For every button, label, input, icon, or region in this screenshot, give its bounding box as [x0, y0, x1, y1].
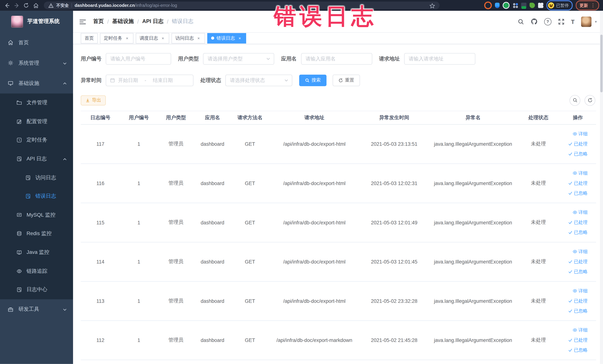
- close-icon[interactable]: ×: [237, 35, 242, 41]
- sidebar-item-scheduled-jobs[interactable]: 定时任务: [0, 131, 73, 150]
- mark-ignored-link[interactable]: 已忽略: [560, 267, 588, 277]
- scrollbar-track[interactable]: [600, 11, 603, 364]
- scrollbar-thumb[interactable]: [600, 35, 603, 92]
- sidebar-item-error-log[interactable]: 错误日志: [0, 187, 73, 206]
- tab-access-log[interactable]: 访问日志 ×: [172, 33, 205, 43]
- close-icon[interactable]: ×: [196, 35, 201, 41]
- sidebar-item-file-mgmt[interactable]: 文件管理: [0, 94, 73, 112]
- chevron-up-icon: [63, 156, 67, 162]
- user-type-label: 用户类型: [178, 55, 199, 62]
- browser-update-button[interactable]: 更新 ⋮: [576, 0, 599, 10]
- extensions-puzzle-icon[interactable]: [538, 3, 543, 8]
- mark-ignored-link[interactable]: 已忽略: [560, 306, 588, 316]
- user-menu-caret-icon[interactable]: ▾: [595, 20, 597, 24]
- mark-processed-link[interactable]: 已处理: [560, 296, 588, 306]
- sidebar-collapse-icon[interactable]: [79, 18, 86, 25]
- mark-processed-link[interactable]: 已处理: [560, 257, 588, 267]
- exception-time-range-picker[interactable]: 开始日期 - 结束日期: [106, 74, 194, 86]
- browser-profile-badge[interactable]: 已暂停: [546, 0, 573, 10]
- help-icon[interactable]: ?: [544, 18, 551, 25]
- bookmark-star-icon[interactable]: [429, 2, 435, 9]
- github-icon[interactable]: [531, 18, 538, 25]
- col-actions: 操作: [560, 111, 596, 124]
- sidebar-item-infrastructure[interactable]: 基础设施: [0, 73, 73, 94]
- close-icon[interactable]: ×: [160, 35, 165, 41]
- forward-icon[interactable]: [13, 2, 20, 8]
- mark-processed-link[interactable]: 已处理: [560, 139, 588, 149]
- table-row: 115 1 管理员 dashboard GET /api/infra/db-do…: [81, 203, 596, 242]
- check-icon: [568, 269, 573, 274]
- home-icon[interactable]: [33, 2, 39, 8]
- sidebar-item-dev-tools[interactable]: 研发工具: [0, 299, 73, 319]
- extension-icon-green[interactable]: [503, 2, 510, 9]
- detail-link[interactable]: 详细: [560, 286, 588, 296]
- check-icon: [568, 259, 573, 264]
- close-icon[interactable]: ×: [125, 35, 129, 41]
- mark-processed-link[interactable]: 已处理: [560, 178, 588, 188]
- start-date-placeholder[interactable]: 开始日期: [118, 77, 138, 84]
- breadcrumb-infrastructure[interactable]: 基础设施: [112, 18, 134, 25]
- mark-ignored-link[interactable]: 已忽略: [560, 227, 588, 237]
- user-type-select[interactable]: 请选择用户类型: [203, 53, 274, 64]
- mark-processed-link[interactable]: 已处理: [560, 335, 588, 345]
- mark-ignored-link[interactable]: 已忽略: [560, 345, 588, 355]
- mark-ignored-link[interactable]: 已忽略: [560, 188, 588, 198]
- sidebar-item-java-monitor[interactable]: Java 监控: [0, 243, 73, 262]
- app-logo-row[interactable]: 芋道管理系统: [0, 11, 73, 32]
- active-tab-dot: [211, 37, 214, 40]
- request-url-input[interactable]: [404, 53, 475, 64]
- extension-icon-leaf[interactable]: [530, 3, 535, 8]
- tab-error-log[interactable]: 错误日志 ×: [207, 33, 246, 43]
- browser-menu-icon[interactable]: ⋮: [591, 3, 595, 8]
- gear-icon: [8, 60, 13, 66]
- detail-link[interactable]: 详细: [560, 129, 588, 139]
- font-size-icon[interactable]: T: [571, 18, 574, 25]
- app-name-input[interactable]: [301, 53, 372, 64]
- end-date-placeholder[interactable]: 结束日期: [153, 77, 173, 84]
- sidebar-item-config-mgmt[interactable]: 配置管理: [0, 112, 73, 131]
- detail-link[interactable]: 详细: [560, 168, 588, 178]
- sidebar-item-log-center[interactable]: 日志中心: [0, 280, 73, 299]
- user-id-input[interactable]: [106, 53, 171, 64]
- status-badge: 未处理: [517, 203, 559, 242]
- extension-icon-blue[interactable]: [495, 3, 499, 8]
- breadcrumb-api-log[interactable]: API 日志: [142, 18, 163, 25]
- url-text[interactable]: dashboard.yudao.iocoder.cn/infra/log/api…: [74, 3, 177, 8]
- mark-processed-link[interactable]: 已处理: [560, 217, 588, 227]
- edit-icon: [16, 119, 22, 124]
- search-button[interactable]: 搜索: [299, 74, 326, 86]
- fullscreen-icon[interactable]: [558, 18, 564, 25]
- address-bar[interactable]: 不安全 dashboard.yudao.iocoder.cn/infra/log…: [44, 1, 440, 9]
- breadcrumb-home[interactable]: 首页: [93, 18, 104, 25]
- extension-icon-switch[interactable]: [521, 3, 526, 8]
- back-icon[interactable]: [4, 2, 10, 8]
- reload-icon[interactable]: [23, 2, 29, 8]
- sidebar-item-home[interactable]: 首页: [0, 32, 73, 53]
- export-button[interactable]: 导出: [81, 95, 106, 105]
- detail-link[interactable]: 详细: [560, 325, 588, 335]
- extension-icon-orange[interactable]: [484, 1, 492, 9]
- process-status-select[interactable]: 请选择处理状态: [225, 74, 292, 86]
- chevron-down-icon: [63, 60, 67, 66]
- tab-scheduled-jobs[interactable]: 定时任务 ×: [100, 33, 133, 43]
- sidebar-item-api-log[interactable]: API 日志: [0, 150, 73, 168]
- extension-icon-grid[interactable]: [512, 3, 518, 8]
- filter-row-2: 异常时间 开始日期 - 结束日期 处理状态 请选择处理状态: [81, 74, 596, 86]
- tab-home[interactable]: 首页: [81, 33, 98, 43]
- tab-schedule-log[interactable]: 调度日志 ×: [136, 33, 169, 43]
- detail-link[interactable]: 详细: [560, 207, 588, 217]
- sidebar-item-trace[interactable]: 链路追踪: [0, 262, 73, 280]
- sidebar-item-mysql-monitor[interactable]: MySQL 监控: [0, 206, 73, 224]
- toggle-search-button[interactable]: [570, 95, 580, 106]
- sidebar-item-redis-monitor[interactable]: Redis 监控: [0, 224, 73, 243]
- mark-ignored-link[interactable]: 已忽略: [560, 149, 588, 159]
- status-badge: 未处理: [517, 320, 559, 360]
- refresh-table-button[interactable]: [584, 95, 595, 106]
- detail-link[interactable]: 详细: [560, 247, 588, 257]
- sidebar-item-access-log[interactable]: 访问日志: [0, 168, 73, 187]
- sidebar-item-system-mgmt[interactable]: 系统管理: [0, 53, 73, 73]
- user-avatar[interactable]: [581, 16, 591, 27]
- reset-button[interactable]: 重置: [333, 74, 360, 86]
- security-label[interactable]: 不安全: [56, 2, 69, 8]
- search-icon[interactable]: [518, 18, 524, 25]
